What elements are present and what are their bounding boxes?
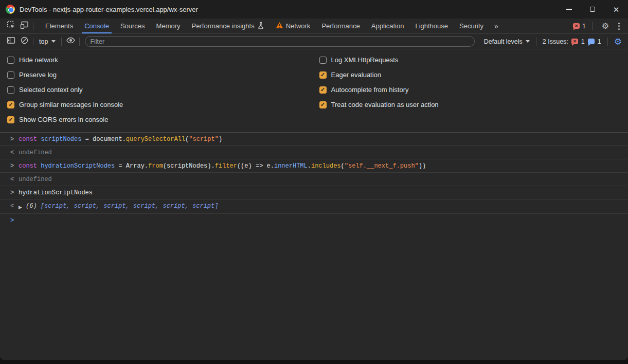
settings-button[interactable]: ⚙ (599, 20, 612, 33)
divider (33, 22, 33, 30)
setting-label: Preserve log (19, 71, 57, 79)
divider (61, 38, 62, 46)
maximize-icon (590, 7, 595, 12)
clear-console-icon (20, 36, 29, 47)
setting-preserve-log[interactable]: Preserve log (7, 67, 314, 82)
tab-label: Sources (120, 22, 145, 30)
console-result-value: (6) [script, script, script, script, scr… (26, 202, 218, 210)
setting-show-cors-errors-in-console[interactable]: ✓Show CORS errors in console (7, 112, 314, 127)
tab-sources[interactable]: Sources (115, 19, 151, 33)
checkbox-checked-icon[interactable]: ✓ (319, 86, 327, 94)
console-settings-button[interactable]: ⚙ (610, 37, 624, 47)
console-result-row: <undefined (0, 146, 628, 159)
console-messages[interactable]: >const scriptNodes = document.querySelec… (0, 133, 628, 360)
checkbox-checked-icon[interactable]: ✓ (7, 101, 14, 108)
divider (536, 38, 536, 46)
checkbox-unchecked-icon[interactable] (319, 57, 327, 64)
setting-hide-network[interactable]: Hide network (7, 52, 314, 67)
settings-column-right: Log XMLHttpRequests✓Eager evaluation✓Aut… (314, 52, 628, 127)
setting-log-xmlhttprequests[interactable]: Log XMLHttpRequests (319, 52, 628, 67)
device-toolbar-button[interactable] (17, 20, 31, 33)
checkbox-checked-icon[interactable]: ✓ (319, 101, 327, 108)
setting-label: Eager evaluation (331, 71, 382, 79)
checkbox-checked-icon[interactable]: ✓ (319, 71, 327, 79)
close-icon: ✕ (613, 6, 620, 13)
tab-label: Network (286, 22, 311, 30)
setting-label: Log XMLHttpRequests (331, 56, 399, 64)
chrome-logo-icon (6, 5, 15, 14)
sidebar-panel-icon (7, 36, 15, 47)
warning-icon (276, 22, 283, 30)
console-command: const scriptNodes = document.querySelect… (19, 135, 222, 143)
setting-autocomplete-from-history[interactable]: ✓Autocomplete from history (319, 82, 628, 97)
inspect-element-button[interactable] (4, 20, 17, 33)
checkbox-unchecked-icon[interactable] (7, 57, 14, 64)
input-chevron-icon: > (10, 189, 19, 197)
setting-group-similar-messages-in-console[interactable]: ✓Group similar messages in console (7, 97, 314, 112)
device-toolbar-icon (20, 21, 29, 31)
chevron-down-icon (526, 40, 530, 43)
tab-label: Lighthouse (415, 22, 448, 30)
tab-console[interactable]: Console (79, 19, 115, 33)
filter-input[interactable] (85, 36, 474, 47)
prompt-chevron-icon: > (10, 216, 19, 225)
issues-error-count: 1 (581, 38, 585, 45)
setting-selected-context-only[interactable]: Selected context only (7, 82, 314, 97)
create-live-expression-button[interactable] (64, 35, 77, 48)
maximize-button[interactable] (581, 0, 604, 19)
devtools-window: DevTools - nextjs-app-router-examples.ve… (0, 0, 628, 360)
tab-memory[interactable]: Memory (151, 19, 186, 33)
console-result-value: undefined (19, 175, 52, 184)
inspect-cursor-icon (7, 21, 15, 31)
issues-error-icon: ✕ (573, 23, 580, 29)
gear-icon: ⚙ (602, 22, 609, 30)
tab-label: Console (84, 22, 109, 30)
tab-label: Elements (45, 22, 73, 30)
console-result-expandable-row: <▶(6) [script, script, script, script, s… (0, 199, 628, 214)
issues-summary[interactable]: 2 Issues: ✕ 1 1 (539, 38, 605, 45)
console-result-value: undefined (19, 149, 52, 157)
setting-treat-code-evaluation-as-user-action[interactable]: ✓Treat code evaluation as user action (319, 97, 628, 112)
settings-column-left: Hide networkPreserve logSelected context… (0, 52, 314, 127)
context-label: top (39, 38, 48, 45)
issues-counter[interactable]: ✕ 1 (573, 23, 586, 30)
console-command: const hydrationScriptNodes = Array.from(… (19, 162, 426, 170)
panel-tabs: ElementsConsoleSourcesMemoryPerformance … (40, 19, 489, 33)
console-input-row: >const scriptNodes = document.querySelec… (0, 133, 628, 146)
clear-console-button[interactable] (17, 35, 31, 48)
setting-label: Selected context only (19, 86, 83, 94)
issues-label: 2 Issues: (543, 38, 568, 45)
console-prompt-row[interactable]: > (0, 214, 628, 227)
log-levels-dropdown[interactable]: Default levels (480, 38, 534, 45)
tab-label: Security (459, 22, 483, 30)
console-result-row: <undefined (0, 173, 628, 186)
more-panels-button[interactable]: » (489, 19, 504, 33)
setting-eager-evaluation[interactable]: ✓Eager evaluation (319, 67, 628, 82)
setting-label: Autocomplete from history (331, 86, 409, 94)
input-chevron-icon: > (10, 162, 19, 170)
minimize-button[interactable] (557, 0, 581, 19)
tab-security[interactable]: Security (454, 19, 489, 33)
checkbox-checked-icon[interactable]: ✓ (7, 116, 14, 123)
divider (607, 38, 608, 46)
tab-performance-insights[interactable]: Performance insights (186, 19, 270, 33)
console-sidebar-toggle-button[interactable] (4, 35, 17, 48)
tab-network[interactable]: Network (270, 19, 316, 33)
tab-application[interactable]: Application (366, 19, 410, 33)
levels-label: Default levels (484, 38, 523, 45)
checkbox-unchecked-icon[interactable] (7, 86, 14, 94)
tab-lighthouse[interactable]: Lighthouse (409, 19, 454, 33)
close-button[interactable]: ✕ (604, 0, 628, 19)
customize-devtools-button[interactable] (616, 23, 625, 30)
eye-icon (66, 36, 76, 47)
panel-tabbar: ElementsConsoleSourcesMemoryPerformance … (0, 19, 628, 34)
checkbox-unchecked-icon[interactable] (7, 71, 14, 79)
tab-elements[interactable]: Elements (40, 19, 79, 33)
issues-message-icon (588, 39, 595, 44)
issues-message-count: 1 (598, 38, 601, 45)
tab-performance[interactable]: Performance (316, 19, 365, 33)
setting-label: Treat code evaluation as user action (331, 101, 439, 108)
tab-label: Memory (156, 22, 181, 30)
expand-triangle-icon[interactable]: ▶ (19, 202, 26, 211)
javascript-context-selector[interactable]: top (35, 38, 59, 45)
